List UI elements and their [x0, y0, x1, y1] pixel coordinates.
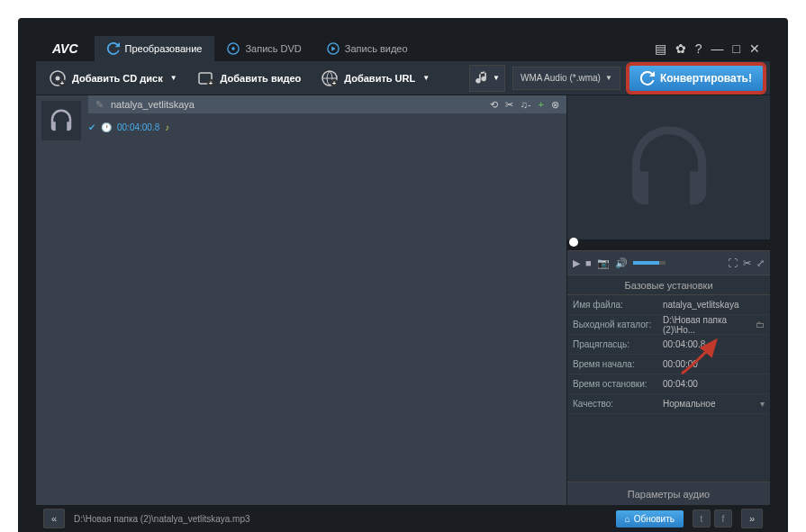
social-buttons: t f: [693, 509, 732, 527]
check-icon[interactable]: ✔: [88, 122, 95, 132]
cut-icon[interactable]: ✂: [505, 99, 513, 111]
chevron-down-icon: ▼: [422, 74, 430, 82]
list-icon[interactable]: ▤: [652, 41, 669, 56]
settings-label: Выходной каталог:: [573, 320, 663, 329]
refresh-icon[interactable]: ⟲: [490, 99, 498, 111]
settings-value[interactable]: 00:04:00: [663, 379, 765, 389]
file-list: ✎ natalya_vetlitskaya ⟲ ✂ ♫- + ⊗ ✔ 🕐 00:…: [36, 95, 567, 505]
convert-button[interactable]: Конвертировать!: [628, 64, 765, 93]
edit-icon[interactable]: ✎: [95, 99, 104, 111]
close-icon[interactable]: ⊗: [551, 99, 559, 111]
settings-label: Качество:: [573, 399, 663, 409]
add-cd-button[interactable]: + Добавить CD диск ▼: [40, 66, 186, 91]
settings-label: Працягласць:: [573, 339, 663, 349]
chevron-down-icon: ▼: [170, 74, 177, 82]
tab-convert[interactable]: Преобразование: [95, 36, 215, 61]
chevron-down-icon[interactable]: ▾: [760, 399, 765, 409]
volume-bar[interactable]: [633, 261, 666, 265]
volume-icon[interactable]: 🔊: [615, 257, 628, 269]
headphones-icon: [48, 107, 75, 134]
tabs-bar: AVC Преобразование Запись DVD Запись вид…: [36, 36, 770, 61]
close-icon[interactable]: ✕: [747, 41, 763, 56]
svg-text:+: +: [332, 80, 336, 86]
button-label: Обновить: [634, 514, 675, 524]
right-panel: ▶ ■ 📷 🔊 ⛶ ✂ ⤢ Базовые установки Имя файл…: [567, 95, 770, 505]
camera-icon[interactable]: 📷: [597, 257, 610, 269]
refresh-icon: [107, 42, 120, 55]
music-format-button[interactable]: ▼: [469, 65, 505, 92]
svg-text:+: +: [60, 80, 64, 86]
settings-row-stop: Время остановки: 00:04:00: [567, 374, 770, 394]
format-selector: ▼ WMA Audio (*.wma) ▼ Конвертировать!: [469, 64, 766, 93]
file-duration: 00:04:00.8: [117, 122, 159, 132]
status-path: D:\Новая папка (2)\natalya_vetlitskaya.m…: [74, 514, 607, 524]
music-note-icon: ♪: [165, 122, 169, 132]
tab-label: Преобразование: [125, 43, 203, 54]
button-label: Добавить CD диск: [72, 73, 163, 84]
facebook-icon[interactable]: f: [714, 509, 732, 527]
settings-value: 00:04:00.8: [663, 339, 765, 349]
settings-table: Имя файла: natalya_vetlitskaya Выходной …: [567, 295, 770, 482]
stop-icon[interactable]: ■: [585, 257, 592, 268]
maximize-icon[interactable]: □: [730, 41, 743, 56]
settings-header: Базовые установки: [567, 275, 770, 295]
file-thumbnail: [41, 101, 81, 140]
chevron-down-icon: ▼: [493, 74, 500, 82]
disc-icon: [227, 42, 240, 55]
home-icon: ⌂: [625, 514, 630, 524]
tab-label: Запись DVD: [245, 43, 301, 54]
expand-icon[interactable]: ⛶: [728, 257, 738, 268]
format-dropdown[interactable]: WMA Audio (*.wma) ▼: [512, 67, 620, 90]
file-actions: ⟲ ✂ ♫- + ⊗: [490, 99, 559, 111]
settings-label: Время начала:: [573, 359, 663, 369]
chevron-down-icon: ▼: [605, 74, 612, 82]
settings-value[interactable]: natalya_vetlitskaya: [663, 300, 765, 310]
button-label: Добавить видео: [221, 73, 302, 84]
button-label: Добавить URL: [344, 73, 415, 84]
main-area: ✎ natalya_vetlitskaya ⟲ ✂ ♫- + ⊗ ✔ 🕐 00:…: [36, 95, 770, 505]
gear-icon[interactable]: ✿: [673, 41, 689, 56]
settings-row-duration: Працягласць: 00:04:00.8: [567, 335, 770, 355]
app-frame: AVC Преобразование Запись DVD Запись вид…: [36, 36, 770, 532]
file-info: ✎ natalya_vetlitskaya ⟲ ✂ ♫- + ⊗ ✔ 🕐 00:…: [88, 101, 561, 140]
settings-value[interactable]: 00:00:00: [663, 359, 765, 369]
svg-text:+: +: [209, 80, 213, 86]
music-icon: [475, 70, 491, 86]
play-circle-icon: [327, 42, 340, 55]
tab-dvd[interactable]: Запись DVD: [214, 36, 313, 61]
collapse-button[interactable]: «: [43, 509, 65, 528]
add-video-button[interactable]: + Добавить видео: [188, 66, 311, 91]
tab-record[interactable]: Запись видео: [314, 36, 421, 61]
scrubber-knob[interactable]: [569, 238, 578, 247]
help-icon[interactable]: ?: [693, 41, 705, 56]
folder-icon[interactable]: 🗀: [756, 320, 765, 329]
tab-label: Запись видео: [345, 43, 408, 54]
add-icon[interactable]: +: [539, 99, 544, 111]
clock-icon: 🕐: [101, 122, 112, 132]
settings-label: Время остановки:: [573, 379, 663, 389]
toolbar: + Добавить CD диск ▼ + Добавить видео + …: [36, 61, 770, 95]
update-button[interactable]: ⌂ Обновить: [616, 510, 684, 527]
settings-value[interactable]: Нормальное: [663, 399, 760, 409]
twitter-icon[interactable]: t: [693, 509, 711, 527]
globe-add-icon: +: [321, 69, 339, 87]
settings-value: D:\Новая папка (2)\Но...: [663, 315, 756, 335]
cut-icon[interactable]: ✂: [743, 257, 751, 269]
svg-point-4: [56, 76, 60, 80]
scrubber[interactable]: [567, 239, 770, 250]
player-controls: ▶ ■ 📷 🔊 ⛶ ✂ ⤢: [567, 250, 770, 275]
minimize-icon[interactable]: —: [709, 41, 727, 56]
window-controls: ▤ ✿ ? — □ ✕: [652, 41, 770, 56]
app-window: AVC Преобразование Запись DVD Запись вид…: [18, 18, 788, 532]
audio-params-button[interactable]: Параметры аудио: [567, 482, 770, 505]
fullscreen-icon[interactable]: ⤢: [756, 257, 765, 269]
expand-button[interactable]: »: [741, 509, 763, 528]
file-item[interactable]: ✎ natalya_vetlitskaya ⟲ ✂ ♫- + ⊗ ✔ 🕐 00:…: [36, 95, 566, 146]
play-icon[interactable]: ▶: [573, 257, 580, 269]
music-icon[interactable]: ♫-: [521, 99, 531, 111]
settings-row-filename: Имя файла: natalya_vetlitskaya: [567, 295, 770, 315]
file-name: natalya_vetlitskaya: [111, 99, 195, 110]
format-value: WMA Audio (*.wma): [521, 73, 601, 83]
add-url-button[interactable]: + Добавить URL ▼: [312, 66, 439, 91]
app-logo: AVC: [36, 41, 95, 56]
